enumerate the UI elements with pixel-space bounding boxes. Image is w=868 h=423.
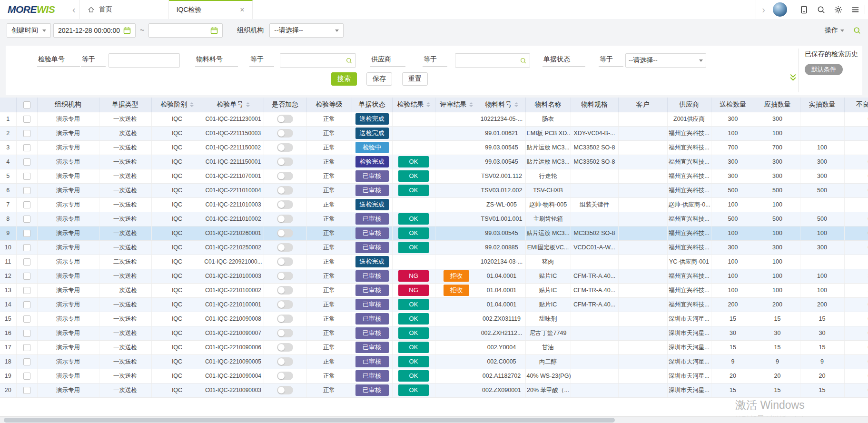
urgent-toggle[interactable] xyxy=(277,115,293,123)
reset-button[interactable]: 重置 xyxy=(402,72,428,86)
row-checkbox[interactable] xyxy=(23,216,30,223)
column-header-7[interactable]: 检验结果 xyxy=(392,98,435,112)
filter2-input[interactable] xyxy=(283,57,345,65)
row-checkbox[interactable] xyxy=(23,315,30,323)
table-row[interactable]: 18演示专用一次送检IQCC01-IQC-2210090005正常已审核OK00… xyxy=(0,354,868,369)
row-checkbox[interactable] xyxy=(23,387,30,394)
filter3-input[interactable] xyxy=(458,57,520,65)
urgent-toggle[interactable] xyxy=(277,357,293,366)
urgent-toggle[interactable] xyxy=(277,272,293,280)
urgent-toggle[interactable] xyxy=(277,386,293,394)
row-checkbox[interactable] xyxy=(23,187,30,194)
default-condition-pill[interactable]: 默认条件 xyxy=(805,64,843,75)
search-icon[interactable] xyxy=(817,5,826,14)
tab-home[interactable]: 首页 xyxy=(79,0,169,19)
table-row[interactable]: 16演示专用一次送检IQCC01-IQC-2210090007正常已审核OK00… xyxy=(0,326,868,340)
table-row[interactable]: 1演示专用一次送检IQCC01-IQC-2211230001正常送检完成1022… xyxy=(0,112,868,126)
scrollbar-thumb[interactable] xyxy=(4,418,615,423)
row-checkbox[interactable] xyxy=(23,201,30,208)
row-checkbox[interactable] xyxy=(23,330,30,337)
urgent-toggle[interactable] xyxy=(277,243,293,252)
menu-icon[interactable] xyxy=(851,5,860,14)
lookup-icon[interactable] xyxy=(345,57,353,64)
chevron-right-icon[interactable]: › xyxy=(762,4,765,15)
column-header-9[interactable]: 物料料号 xyxy=(478,98,525,112)
table-row[interactable]: 11演示专用二次送检IQCC01-IQC-220921000...正常送检完成1… xyxy=(0,255,868,269)
urgent-toggle[interactable] xyxy=(277,315,293,323)
filter2-operator[interactable]: 等于 xyxy=(249,53,274,67)
calendar-icon[interactable] xyxy=(210,27,218,34)
row-checkbox[interactable] xyxy=(23,273,30,280)
select-all-checkbox[interactable] xyxy=(23,101,30,108)
row-checkbox[interactable] xyxy=(23,144,30,151)
column-header-8[interactable]: 评审结果 xyxy=(435,98,478,112)
column-header-3[interactable]: 检验单号 xyxy=(203,98,264,112)
filter1-input[interactable] xyxy=(112,57,177,65)
row-checkbox[interactable] xyxy=(23,373,30,380)
table-row[interactable]: 17演示专用一次送检IQCC01-IQC-2210090006正常已审核OK00… xyxy=(0,340,868,354)
urgent-toggle[interactable] xyxy=(277,286,293,295)
table-row[interactable]: 19演示专用一次送检IQCC01-IQC-2210090004正常已审核OK00… xyxy=(0,369,868,383)
table-row[interactable]: 15演示专用一次送检IQCC01-IQC-2210090008正常已审核OK00… xyxy=(0,312,868,326)
table-row[interactable]: 13演示专用一次送检IQCC01-IQC-2210100002正常已审核NG拒收… xyxy=(0,283,868,297)
urgent-toggle[interactable] xyxy=(277,372,293,380)
row-checkbox[interactable] xyxy=(23,158,30,166)
table-row[interactable]: 7演示专用一次送检IQCC01-IQC-2211010003正常送检完成ZS-W… xyxy=(0,197,868,212)
gear-icon[interactable] xyxy=(834,5,843,14)
collapse-double-chevron-icon[interactable] xyxy=(789,73,797,83)
table-row[interactable]: 4演示专用一次送检IQCC01-IQC-2211150001正常检验完成OK99… xyxy=(0,155,868,169)
calendar-icon[interactable] xyxy=(123,27,131,34)
row-checkbox[interactable] xyxy=(23,287,30,294)
save-button[interactable]: 保存 xyxy=(366,72,392,86)
table-row[interactable]: 20演示专用一次送检IQCC01-IQC-2210090003正常已审核OK00… xyxy=(0,383,868,397)
table-row[interactable]: 3演示专用一次送检IQCC01-IQC-2211150002正常检验中99.03… xyxy=(0,140,868,155)
table-row[interactable]: 9演示专用一次送检IQCC01-IQC-2210260001正常已审核OK99.… xyxy=(0,226,868,240)
lookup-icon[interactable] xyxy=(520,57,527,64)
actions-dropdown[interactable]: 操作 xyxy=(825,26,844,35)
row-checkbox[interactable] xyxy=(23,173,30,180)
table-row[interactable]: 14演示专用一次送检IQCC01-IQC-2210100001正常已审核OK01… xyxy=(0,297,868,312)
column-header-2[interactable]: 检验阶别 xyxy=(151,98,203,112)
table-row[interactable]: 12演示专用一次送检IQCC01-IQC-2210100003正常已审核NG拒收… xyxy=(0,269,868,283)
urgent-toggle[interactable] xyxy=(277,329,293,337)
urgent-toggle[interactable] xyxy=(277,200,293,209)
table-row[interactable]: 2演示专用一次送检IQCC01-IQC-2211150003正常送检完成99.0… xyxy=(0,126,868,140)
filter-field-select[interactable]: 创建时间 xyxy=(7,23,51,38)
row-checkbox[interactable] xyxy=(23,358,30,365)
urgent-toggle[interactable] xyxy=(277,229,293,237)
row-checkbox[interactable] xyxy=(23,258,30,266)
close-icon[interactable]: × xyxy=(240,6,244,14)
urgent-toggle[interactable] xyxy=(277,343,293,352)
date-from-input[interactable]: 2021-12-28 00:00:00 xyxy=(53,23,136,38)
urgent-toggle[interactable] xyxy=(277,257,293,266)
urgent-toggle[interactable] xyxy=(277,157,293,166)
advanced-search-icon[interactable] xyxy=(853,26,861,35)
row-checkbox[interactable] xyxy=(23,344,30,351)
avatar[interactable] xyxy=(773,2,787,17)
row-checkbox[interactable] xyxy=(23,116,30,123)
date-to-input[interactable] xyxy=(148,23,223,38)
filter4-select[interactable]: --请选择-- xyxy=(625,53,706,68)
table-row[interactable]: 5演示专用一次送检IQCC01-IQC-2211070001正常已审核OKTSV… xyxy=(0,169,868,183)
urgent-toggle[interactable] xyxy=(277,143,293,152)
row-checkbox[interactable] xyxy=(23,244,30,251)
row-checkbox[interactable] xyxy=(23,130,30,137)
search-button[interactable]: 搜索 xyxy=(331,72,357,86)
org-select[interactable]: --请选择-- xyxy=(269,23,344,38)
row-checkbox[interactable] xyxy=(23,301,30,308)
table-row[interactable]: 8演示专用一次送检IQCC01-IQC-2211010002正常已审核OKTSV… xyxy=(0,212,868,226)
row-checkbox[interactable] xyxy=(23,230,30,237)
filter1-operator[interactable]: 等于 xyxy=(81,53,106,67)
urgent-toggle[interactable] xyxy=(277,300,293,309)
tab-iqc[interactable]: IQC检验 × xyxy=(169,0,253,19)
table-row[interactable]: 6演示专用一次送检IQCC01-IQC-2211010004正常已审核OKTSV… xyxy=(0,183,868,197)
urgent-toggle[interactable] xyxy=(277,129,293,138)
urgent-toggle[interactable] xyxy=(277,186,293,195)
filter4-operator[interactable]: 等于 xyxy=(599,53,623,67)
chevron-left-icon[interactable]: ‹ xyxy=(72,4,76,15)
filter3-operator[interactable]: 等于 xyxy=(423,53,447,67)
urgent-toggle[interactable] xyxy=(277,215,293,223)
table-row[interactable]: 10演示专用一次送检IQCC01-IQC-2210250002正常已审核OK99… xyxy=(0,240,868,255)
urgent-toggle[interactable] xyxy=(277,172,293,180)
device-icon[interactable] xyxy=(799,5,809,14)
